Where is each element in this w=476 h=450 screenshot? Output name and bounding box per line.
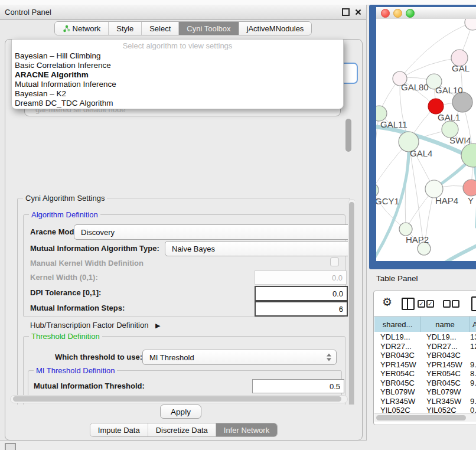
network-node-y[interactable] [463, 180, 476, 196]
zoom-traffic-light-icon[interactable] [406, 9, 415, 18]
which-threshold-combo[interactable]: MI Threshold [142, 350, 337, 365]
settings-horizontal-scrollbar[interactable] [10, 395, 348, 403]
tab-cyni-toolbox[interactable]: Cyni Toolbox [179, 22, 239, 35]
aracne-mode-combo[interactable]: Discovery [74, 224, 355, 240]
node-label: GAL4 [410, 148, 432, 158]
network-node-hap2[interactable] [399, 223, 412, 236]
table-row[interactable]: YBR043CYBR043C [374, 351, 476, 360]
network-node[interactable] [452, 92, 472, 112]
tab-label: Select [149, 24, 171, 33]
select-all-checkbox-icon[interactable]: ✓ [418, 300, 425, 308]
network-node-swi4[interactable] [461, 144, 476, 167]
settings-gear-icon[interactable]: ⚙ [382, 296, 392, 309]
tab-impute-data[interactable]: Impute Data [90, 423, 148, 436]
tab-infer-network[interactable]: Infer Network [216, 423, 277, 436]
control-panel-titlebar: Control Panel [0, 5, 366, 20]
table-row[interactable]: YBL079WYBL079W [374, 387, 476, 397]
table-cell: 9. [468, 360, 476, 370]
manual-kernel-label: Manual Kernel Width Definition [30, 259, 144, 268]
collapsed-arrow-icon: ▶ [155, 322, 160, 330]
table-cell: YDR27... [420, 342, 468, 351]
table-cell: YPR145W [420, 360, 468, 370]
dock-panel-icon[interactable] [5, 443, 16, 450]
dpi-tolerance-input[interactable]: 0.0 [255, 286, 348, 301]
algorithm-option-bayesian-hill-climbing[interactable]: Bayesian – Hill Climbing [14, 51, 341, 61]
new-table-icon[interactable] [471, 296, 476, 311]
algorithm-option-bayesian-k2[interactable]: Bayesian – K2 [14, 89, 341, 99]
network-graph: GALGAL80GAL10GAL1GAL11SWI4GAL4GCY1HAP4YH… [376, 19, 476, 261]
node-label: GAL11 [380, 119, 407, 129]
table-panel-title: Table Panel [376, 274, 418, 283]
table-row[interactable]: YBR045CYBR045C9. [374, 379, 476, 388]
close-icon[interactable] [355, 9, 361, 15]
column-header-a[interactable]: A [470, 317, 476, 332]
dpi-tolerance-label: DPI Tolerance [0,1]: [30, 288, 101, 297]
table-cell: 9. [468, 379, 476, 388]
mi-algorithm-type-combo[interactable]: Naive Bayes [165, 241, 355, 256]
table-row[interactable]: YER054CYER054C8. [374, 369, 476, 379]
table-cell: YBL079W [420, 387, 468, 397]
algorithm-dropdown-popup: Select algorithm to view settings Bayesi… [11, 39, 344, 109]
mi-type-label: Mutual Information Algorithm Type: [30, 244, 159, 253]
show-columns-icon[interactable] [402, 298, 415, 310]
algorithm-option-aracne-algorithm[interactable]: ARACNE Algorithm [14, 70, 341, 80]
tab-discretize-data[interactable]: Discretize Data [148, 423, 216, 436]
unselect-all-checkbox-icon[interactable] [443, 300, 451, 308]
kernel-width-input[interactable]: 0.0 [255, 270, 347, 285]
algorithm-option-mutual-information-inference[interactable]: Mutual Information Inference [14, 80, 341, 89]
control-panel-tabs: NetworkStyleSelectCyni ToolboxjActiveMNo… [0, 21, 366, 35]
mi-steps-input[interactable]: 6 [255, 301, 348, 317]
unselect-all-checkbox-icon[interactable] [452, 300, 459, 308]
node-label: GAL1 [438, 112, 460, 122]
table-row[interactable]: YLR345WYLR345W9. [374, 397, 476, 406]
table-row[interactable]: YDL19...YDL19...13 [374, 332, 476, 342]
group-title: Algorithm Definition [29, 210, 100, 219]
tab-network[interactable]: Network [55, 22, 109, 35]
node-label: HAP4 [435, 195, 458, 206]
network-node-gcy1[interactable] [376, 183, 379, 197]
network-canvas[interactable]: GALGAL80GAL10GAL1GAL11SWI4GAL4GCY1HAP4YH… [376, 19, 476, 261]
column-header-name[interactable]: name [421, 317, 469, 332]
network-edge-highlighted [446, 244, 476, 261]
tab-select[interactable]: Select [142, 22, 179, 35]
table-cell: YDL19... [374, 332, 420, 342]
minimize-traffic-light-icon[interactable] [393, 9, 402, 18]
table-row[interactable]: YPR145WYPR145W9. [374, 360, 476, 370]
scrollbar-thumb[interactable] [376, 415, 466, 420]
table-header: shared...nameA [374, 317, 476, 332]
table-cell: 9. [468, 397, 476, 406]
tab-jactivemnodules[interactable]: jActiveMNodules [239, 22, 312, 35]
cyni-toolbox-panel: gal-filtered sif default node Select alg… [5, 39, 363, 441]
mi-threshold-input[interactable]: 0.5 [252, 379, 344, 393]
close-traffic-light-icon[interactable] [381, 9, 390, 18]
apply-button[interactable]: Apply [160, 405, 201, 419]
settings-vertical-scrollbar[interactable] [348, 199, 355, 405]
algorithm-option-dream8-dc-tdc-algorithm[interactable]: Dream8 DC_TDC Algorithm [14, 99, 341, 108]
tab-style[interactable]: Style [109, 22, 142, 35]
mi-threshold-label: Mutual Information Threshold: [34, 381, 145, 390]
which-threshold-value: MI Threshold [149, 353, 194, 362]
which-threshold-label: Which threshold to use: [55, 353, 142, 361]
network-view-window: GALGAL80GAL10GAL1GAL11SWI4GAL4GCY1HAP4YH… [369, 5, 476, 269]
table-horizontal-scrollbar[interactable] [374, 413, 476, 422]
stepper-arrows-icon [327, 354, 332, 361]
dropdown-placeholder: Select algorithm to view settings [12, 41, 343, 50]
table-cell: YLR345W [374, 397, 420, 406]
algorithm-option-basic-correlation-inference[interactable]: Basic Correlation Inference [14, 61, 341, 70]
table-cell: YLR345W [420, 397, 468, 406]
node-label: GAL10 [435, 85, 463, 95]
list-scrollbar-thumb[interactable] [345, 119, 351, 152]
hub-section-toggle[interactable]: Hub/Transcription Factor Definition ▶ [30, 321, 160, 330]
select-all-checkbox-icon[interactable]: ✓ [426, 300, 434, 308]
table-body: YDL19...YDL19...13YDR27...YDR27...12YBR0… [374, 332, 476, 416]
scrollbar-thumb[interactable] [13, 396, 341, 402]
float-panel-icon[interactable] [342, 8, 350, 16]
scrollbar-thumb[interactable] [349, 202, 354, 405]
tab-label: Discretize Data [156, 426, 208, 435]
manual-kernel-checkbox[interactable] [330, 257, 339, 266]
node-label: Y [468, 195, 474, 206]
column-header-shared[interactable]: shared... [374, 317, 420, 332]
mi-steps-label: Mutual Information Steps: [30, 304, 125, 312]
network-node[interactable] [465, 19, 476, 30]
table-row[interactable]: YDR27...YDR27...12 [374, 342, 476, 351]
